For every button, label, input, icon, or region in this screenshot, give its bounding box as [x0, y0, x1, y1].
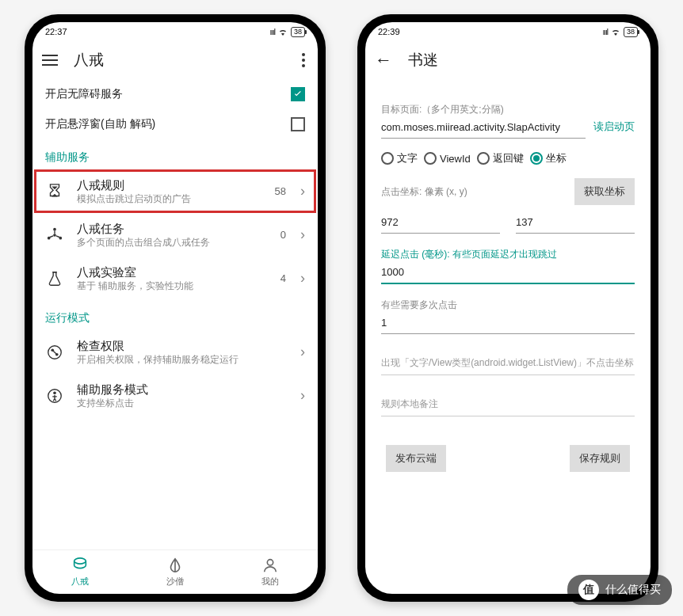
item-count: 58: [275, 185, 286, 197]
item-sub: 支持坐标点击: [77, 397, 288, 410]
chevron-right-icon: ›: [300, 183, 305, 200]
svg-point-0: [53, 227, 56, 230]
phone-right: 22:39 ıııl 38 ← 书迷 目标页面:（多个用英文;分隔) 读启动页 …: [357, 14, 658, 602]
chevron-right-icon: ›: [300, 270, 305, 287]
status-time: 22:37: [45, 27, 67, 36]
svg-point-8: [53, 391, 56, 394]
toggle-floating[interactable]: 开启悬浮窗(自助 解码): [32, 109, 318, 139]
radio-text[interactable]: 文字: [381, 151, 418, 165]
item-sub: 基于 辅助服务，实验性功能: [77, 280, 268, 293]
screen-right: 22:39 ıııl 38 ← 书迷 目标页面:（多个用英文;分隔) 读启动页 …: [365, 22, 651, 594]
section-header-runmode: 运行模式: [32, 300, 318, 330]
item-count: 0: [280, 229, 286, 241]
item-sub: 多个页面的点击组合成八戒任务: [77, 237, 268, 249]
watermark: 值 什么值得买: [567, 575, 672, 605]
phone-left: 22:37 ıııl 38 八戒 开启无障碍服务 开启悬浮窗(自助 解码): [25, 14, 326, 602]
multi-label: 有些需要多次点击: [381, 298, 635, 312]
coord-label: 点击坐标: 像素 (x, y): [381, 185, 565, 199]
list-item-service-mode[interactable]: 辅助服务模式 支持坐标点击 ›: [32, 374, 318, 417]
chevron-right-icon: ›: [300, 226, 305, 243]
battery-icon: 38: [624, 27, 638, 37]
person-icon: [45, 386, 64, 405]
node-icon: [45, 226, 64, 245]
list-item-tasks[interactable]: 八戒任务 多个页面的点击组合成八戒任务 0 ›: [32, 213, 318, 257]
target-label: 目标页面:（多个用英文;分隔): [381, 103, 586, 116]
item-title: 检查权限: [77, 338, 288, 354]
save-button[interactable]: 保存规则: [570, 445, 630, 472]
toggle-label: 开启悬浮窗(自助 解码): [45, 117, 291, 131]
signal-icon: ıııl: [602, 28, 608, 36]
watermark-text: 什么值得买: [605, 583, 661, 597]
app-title: 八戒: [74, 50, 104, 70]
delay-input[interactable]: [381, 261, 635, 284]
nav-label: 沙僧: [166, 576, 184, 587]
back-icon[interactable]: ←: [375, 50, 392, 70]
list-item-lab[interactable]: 八戒实验室 基于 辅助服务，实验性功能 4 ›: [32, 257, 318, 300]
more-icon[interactable]: [299, 50, 308, 70]
svg-point-9: [267, 560, 273, 565]
checkbox-off-icon[interactable]: [291, 117, 305, 131]
svg-point-3: [53, 234, 56, 237]
wifi-icon: [611, 28, 620, 36]
radio-group: 文字 ViewId 返回键 坐标: [381, 151, 635, 165]
bottom-nav: 八戒 沙僧 我的: [32, 549, 318, 594]
item-title: 八戒规则: [77, 177, 262, 193]
nav-label: 我的: [261, 576, 279, 587]
coord-x-input[interactable]: [381, 211, 500, 234]
item-sub: 模拟点击跳过启动页的广告: [77, 193, 262, 206]
list-item-permissions[interactable]: 检查权限 开启相关权限，保持辅助服务稳定运行 ›: [32, 330, 318, 374]
item-title: 辅助服务模式: [77, 382, 288, 397]
status-bar: 22:39 ıııl 38: [365, 22, 651, 41]
publish-button[interactable]: 发布云端: [386, 445, 446, 472]
radio-back[interactable]: 返回键: [477, 151, 524, 165]
app-bar: 八戒: [32, 41, 318, 79]
battery-icon: 38: [291, 27, 305, 37]
item-title: 八戒实验室: [77, 264, 268, 280]
chevron-right-icon: ›: [300, 344, 305, 360]
list-item-rules[interactable]: 八戒规则 模拟点击跳过启动页的广告 58 ›: [34, 169, 316, 213]
multi-input[interactable]: [381, 312, 635, 334]
get-coord-button[interactable]: 获取坐标: [574, 178, 635, 205]
signal-icon: ıııl: [269, 28, 275, 36]
status-time: 22:39: [378, 27, 400, 36]
toggle-label: 开启无障碍服务: [45, 87, 291, 101]
wifi-icon: [278, 28, 288, 36]
checkbox-on-icon[interactable]: [291, 87, 305, 101]
chevron-right-icon: ›: [300, 387, 305, 404]
status-bar: 22:37 ıııl 38: [32, 22, 318, 41]
radio-viewid[interactable]: ViewId: [424, 152, 471, 165]
item-count: 4: [280, 272, 286, 284]
section-header-assist: 辅助服务: [32, 139, 318, 169]
form: 目标页面:（多个用英文;分隔) 读启动页 文字 ViewId 返回键 坐标 点击…: [365, 79, 651, 481]
flask-icon: [45, 269, 64, 288]
screen-left: 22:37 ıııl 38 八戒 开启无障碍服务 开启悬浮窗(自助 解码): [32, 22, 318, 594]
toggle-accessibility[interactable]: 开启无障碍服务: [32, 79, 318, 109]
note-input[interactable]: 规则本地备注: [381, 385, 635, 416]
nav-label: 八戒: [71, 576, 89, 587]
delay-label: 延迟点击 (毫秒): 有些页面延迟才出现跳过: [381, 248, 635, 261]
app-bar: ← 书迷: [365, 41, 651, 79]
item-title: 八戒任务: [77, 221, 268, 237]
read-launch-button[interactable]: 读启动页: [593, 120, 635, 139]
nav-mine[interactable]: 我的: [223, 550, 318, 594]
link-icon: [45, 343, 64, 362]
page-title: 书迷: [408, 50, 438, 70]
nav-shaseng[interactable]: 沙僧: [128, 550, 223, 594]
watermark-icon: 值: [578, 580, 599, 600]
exclude-input[interactable]: 出现「文字/View类型(android.widget.ListView)」不点…: [381, 344, 635, 375]
nav-bajie[interactable]: 八戒: [32, 550, 128, 594]
menu-icon[interactable]: [42, 55, 58, 66]
target-input[interactable]: [381, 116, 586, 139]
coord-y-input[interactable]: [516, 211, 635, 234]
item-sub: 开启相关权限，保持辅助服务稳定运行: [77, 354, 288, 367]
radio-coord[interactable]: 坐标: [530, 151, 567, 165]
content: 开启无障碍服务 开启悬浮窗(自助 解码) 辅助服务 八戒规则 模拟点击跳过启动页…: [32, 79, 318, 549]
hourglass-icon: [45, 182, 64, 201]
